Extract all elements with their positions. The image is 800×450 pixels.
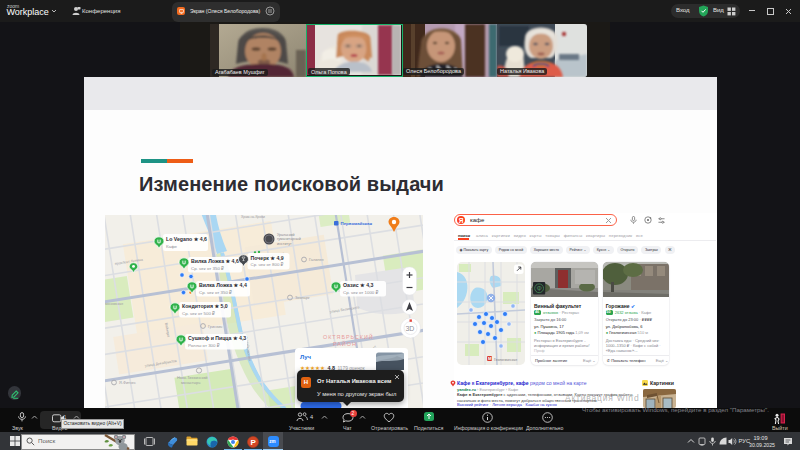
svg-text:Зоопарк: Зоопарк bbox=[295, 296, 310, 300]
svg-text:Геологическая: Геологическая bbox=[494, 358, 517, 362]
svg-text:Храм-на-Крови: Храм-на-Крови bbox=[241, 215, 265, 219]
svg-text:Оазис ★ 4,3: Оазис ★ 4,3 bbox=[343, 282, 373, 288]
svg-text:Lo Vegano ★ 4,6: Lo Vegano ★ 4,6 bbox=[166, 236, 207, 242]
svg-text:институт: институт bbox=[277, 242, 292, 246]
svg-text:РАЙОН: РАЙОН bbox=[333, 340, 357, 347]
svg-text:Вилка Ложка ★ 4,6: Вилка Ложка ★ 4,6 bbox=[191, 258, 239, 264]
svg-text:Кондитория ★ 5,0: Кондитория ★ 5,0 bbox=[182, 303, 228, 309]
svg-text:Я-Фитнес: Я-Фитнес bbox=[119, 381, 136, 385]
svg-text:Первомайская: Первомайская bbox=[341, 221, 373, 226]
svg-text:Ср. чек от 500 ₽: Ср. чек от 500 ₽ bbox=[182, 311, 215, 316]
svg-text:М: М bbox=[488, 356, 492, 361]
svg-text:Ср. чек от 800 ₽: Ср. чек от 800 ₽ bbox=[251, 262, 284, 267]
svg-text:Уральский: Уральский bbox=[277, 233, 294, 237]
svg-text:Ф: Ф bbox=[537, 285, 542, 292]
svg-text:Галилея: Галилея bbox=[309, 258, 324, 262]
svg-text:Гринвич: Гринвич bbox=[208, 325, 222, 329]
svg-text:Ново-Тихвинский: Ново-Тихвинский bbox=[177, 376, 207, 380]
svg-text:P: P bbox=[250, 437, 256, 446]
svg-text:3D: 3D bbox=[405, 325, 414, 332]
svg-text:ОКТЯБРЬСКИЙ: ОКТЯБРЬСКИЙ bbox=[323, 333, 374, 340]
svg-text:Ср. чек от 350 ₽: Ср. чек от 350 ₽ bbox=[199, 290, 232, 295]
svg-text:гуманитарный: гуманитарный bbox=[277, 237, 301, 241]
svg-text:Вилка Ложка ★ 4,4: Вилка Ложка ★ 4,4 bbox=[199, 282, 247, 288]
svg-text:монастырь: монастырь bbox=[181, 381, 200, 385]
svg-text:московская: московская bbox=[105, 302, 123, 306]
svg-text:Ср. чек от 350 ₽: Ср. чек от 350 ₽ bbox=[191, 266, 224, 271]
svg-text:Луч: Луч bbox=[300, 354, 312, 360]
svg-text:Почерк ★ 4,9: Почерк ★ 4,9 bbox=[251, 255, 284, 261]
svg-text:Ср. чек от 1000 ₽: Ср. чек от 1000 ₽ bbox=[343, 290, 378, 295]
svg-text:Роллы от 300 ₽: Роллы от 300 ₽ bbox=[188, 343, 220, 348]
svg-text:Сушкоф и Пицца ★ 4,3: Сушкоф и Пицца ★ 4,3 bbox=[188, 335, 246, 341]
svg-text:Кафе: Кафе bbox=[166, 244, 178, 249]
